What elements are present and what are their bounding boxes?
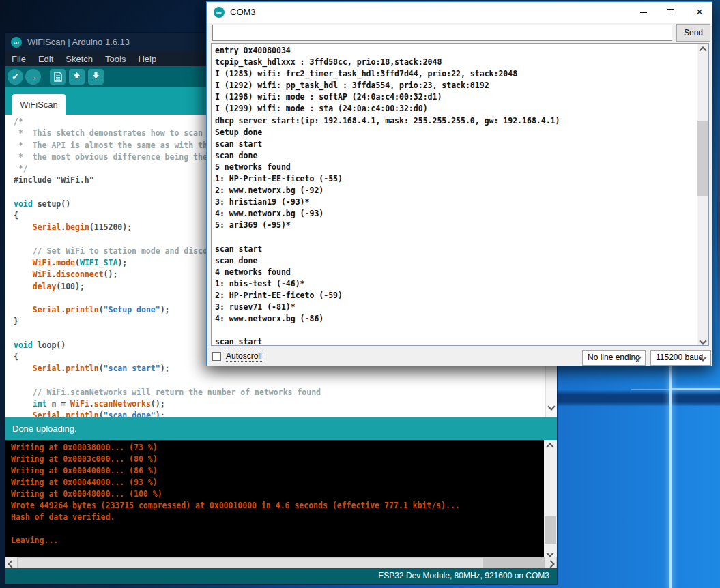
serial-output-line: 2: HP-Print-EE-ficeto (-59): [215, 290, 560, 302]
console-line: Wrote 449264 bytes (233715 compressed) a…: [11, 500, 460, 512]
ide-console[interactable]: Writing at 0x00038000... (73 %)Writing a…: [5, 440, 544, 557]
serial-output-line: Setup done: [215, 127, 560, 138]
serial-monitor-title: COM3: [230, 2, 256, 23]
maximize-icon: [667, 9, 674, 16]
code-line: [14, 375, 321, 387]
board-status-text: ESP32 Dev Module, 80MHz, 921600 on COM3: [378, 568, 549, 584]
console-line: Writing at 0x00048000... (100 %): [11, 488, 460, 500]
document-icon: [54, 72, 62, 82]
line-ending-value: No line ending: [588, 353, 640, 362]
scrollbar-thumb[interactable]: [18, 558, 483, 568]
menu-tools[interactable]: Tools: [99, 52, 132, 66]
upload-button[interactable]: →: [25, 69, 41, 85]
serial-output-line: tcpip_task_hdlxxx : 3ffd58cc, prio:18,st…: [215, 57, 560, 68]
scroll-down-icon[interactable]: [547, 402, 555, 410]
serial-output-line: [215, 325, 560, 336]
scrollbar-thumb[interactable]: [697, 121, 708, 196]
console-line: Leaving...: [11, 535, 460, 546]
serial-output-area[interactable]: entry 0x40080034tcpip_task_hdlxxx : 3ffd…: [211, 43, 709, 346]
serial-output-line: entry 0x40080034: [215, 45, 560, 57]
serial-output-line: 5 networks found: [215, 162, 560, 173]
wallpaper-edge-tint: [717, 102, 720, 368]
minimize-button[interactable]: [633, 5, 654, 20]
scroll-left-button[interactable]: [5, 557, 17, 568]
ide-statusbar: ESP32 Dev Module, 80MHz, 921600 on COM3: [5, 568, 557, 584]
scroll-up-button[interactable]: [544, 440, 556, 451]
ide-window-title: WiFiScan | Arduino 1.6.13: [27, 33, 130, 52]
serial-output-line: 1: HP-Print-EE-ficeto (-55): [215, 173, 560, 185]
serial-output-line: 3: hristian19 (-93)*: [215, 196, 560, 208]
serial-output-line: 2: www.networx.bg (-92): [215, 185, 560, 196]
maximize-button[interactable]: [659, 5, 681, 20]
serial-output-lines: entry 0x40080034tcpip_task_hdlxxx : 3ffd…: [215, 45, 560, 346]
serial-send-input[interactable]: [212, 25, 672, 41]
line-ending-dropdown[interactable]: No line ending: [582, 350, 646, 366]
serial-vertical-scrollbar[interactable]: [697, 44, 708, 345]
console-line: Writing at 0x0003c000... (80 %): [11, 454, 460, 465]
serial-output-line: scan done: [215, 150, 560, 162]
serial-output-line: I (1283) wifi: frc2_timer_task_hdl:3ffd7…: [215, 68, 560, 80]
autoscroll-checkbox[interactable]: [212, 352, 221, 361]
serial-output-line: scan start: [215, 244, 560, 255]
baud-rate-dropdown[interactable]: 115200 baud: [650, 350, 711, 366]
scroll-right-button[interactable]: [545, 557, 556, 568]
serial-output-line: scan start: [215, 336, 560, 346]
check-icon: ✓: [12, 71, 20, 82]
serial-output-line: 4: www.networx.bg (-86): [215, 313, 560, 325]
code-line: // WiFi.scanNetworks will return the num…: [14, 387, 321, 398]
console-line: Writing at 0x00044000... (93 %): [11, 477, 460, 488]
serial-output-line: scan start: [215, 138, 560, 150]
progress-message: Done uploading.: [12, 417, 77, 440]
save-sketch-button[interactable]: [88, 69, 104, 85]
console-line: Writing at 0x00038000... (73 %): [11, 442, 460, 454]
close-button[interactable]: ✕: [689, 5, 710, 20]
serial-monitor-titlebar[interactable]: ∞ COM3 ✕: [207, 2, 712, 23]
scroll-down-button[interactable]: [697, 334, 708, 345]
baud-rate-value: 115200 baud: [656, 353, 703, 362]
windows-logo-horizontal-glow: [672, 388, 720, 390]
console-horizontal-scrollbar[interactable]: [5, 557, 557, 568]
scrollbar-thumb[interactable]: [545, 516, 556, 544]
console-line: Hash of data verified.: [11, 512, 460, 523]
minimize-icon: [640, 12, 647, 13]
serial-output-line: 4: www.networx.bg (-93): [215, 208, 560, 220]
arrow-right-icon: →: [29, 71, 38, 82]
menu-edit[interactable]: Edit: [32, 52, 59, 66]
open-sketch-button[interactable]: [69, 69, 85, 85]
serial-output-line: scan done: [215, 255, 560, 267]
serial-output-line: I (1299) wifi: mode : sta (24:0a:c4:00:3…: [215, 103, 560, 115]
menu-help[interactable]: Help: [132, 52, 162, 66]
serial-output-line: 1: nbis-test (-46)*: [215, 278, 560, 290]
code-line: int n = WiFi.scanNetworks();: [14, 398, 321, 410]
arrow-down-tray-icon: [91, 72, 100, 82]
serial-output-line: 5: ari369 (-95)*: [215, 220, 560, 231]
menu-sketch[interactable]: Sketch: [59, 52, 99, 66]
console-line: [11, 523, 460, 535]
send-button[interactable]: Send: [676, 24, 710, 42]
tab-wifiscan[interactable]: WiFiScan: [12, 94, 66, 115]
menu-file[interactable]: File: [5, 52, 32, 66]
windows-logo-vertical-glow: [669, 366, 672, 588]
arduino-logo-icon: ∞: [11, 37, 22, 48]
windows-logo-horizontal-glow-left: [631, 389, 669, 390]
serial-monitor-window: ∞ COM3 ✕ Send entry 0x40080034tcpip_task…: [206, 1, 712, 366]
ide-progress-strip: Done uploading.: [5, 417, 557, 440]
arrow-up-tray-icon: [72, 72, 81, 82]
verify-button[interactable]: ✓: [8, 69, 23, 85]
arduino-logo-icon: ∞: [214, 7, 225, 18]
scroll-up-button[interactable]: [697, 44, 708, 55]
code-line: Serial.println("scan done");: [14, 410, 321, 417]
serial-output-line: 3: rusev71 (-81)*: [215, 302, 560, 313]
console-line: Writing at 0x00040000... (86 %): [11, 465, 460, 477]
scroll-down-button[interactable]: [544, 546, 556, 557]
serial-output-line: I (1292) wifi: pp_task_hdl : 3ffda554, p…: [215, 80, 560, 91]
serial-monitor-bottombar: Autoscroll No line ending 115200 baud: [207, 346, 712, 366]
console-vertical-scrollbar[interactable]: [544, 440, 557, 557]
serial-output-line: dhcp server start:(ip: 192.168.4.1, mask…: [215, 115, 560, 127]
wallpaper-dark-band: [554, 390, 720, 406]
autoscroll-label[interactable]: Autoscroll: [225, 351, 263, 361]
serial-output-line: 4 networks found: [215, 267, 560, 278]
new-sketch-button[interactable]: [50, 69, 66, 85]
serial-output-line: I (1298) wifi: mode : softAP (24:0a:c4:0…: [215, 91, 560, 103]
serial-output-line: [215, 232, 560, 244]
